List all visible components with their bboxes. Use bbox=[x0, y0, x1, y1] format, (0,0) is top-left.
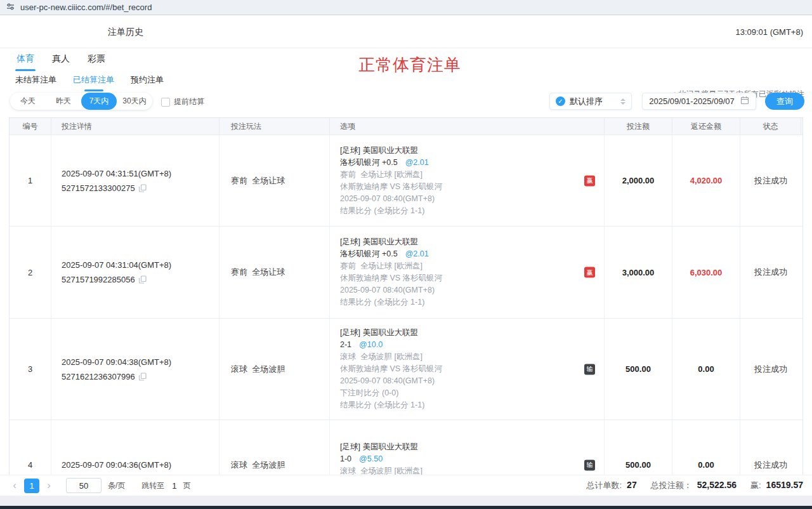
lose-badge: 输 bbox=[584, 459, 595, 470]
summary-totals: 总计单数: 27 总投注额： 52,522.56 赢: 16519.57 bbox=[586, 480, 803, 491]
bet-record-page: user-pc-new.ciiicc.com/#/bet_record 注单历史… bbox=[0, 0, 812, 509]
option-odds: @5.50 bbox=[359, 454, 383, 463]
calendar-icon bbox=[740, 96, 749, 107]
date-quick-filter: 今天 昨天 7天内 30天内 bbox=[10, 93, 152, 110]
row-number: 3 bbox=[28, 364, 32, 374]
filter-yesterday[interactable]: 昨天 bbox=[46, 93, 81, 110]
option-line: 滚球 全场波胆 [欧洲盘] bbox=[340, 351, 442, 363]
tab-lottery[interactable]: 彩票 bbox=[86, 53, 107, 71]
sort-select[interactable]: ✓ 默认排序 bbox=[549, 93, 632, 110]
option-line: 2025-09-07 08:40(GMT+8) bbox=[340, 284, 442, 296]
total-win-label: 赢: bbox=[750, 480, 761, 491]
option-line: 赛前 全场让球 [欧洲盘] bbox=[340, 260, 442, 272]
option-odds: @2.01 bbox=[405, 249, 429, 258]
bet-play-type: 滚球 全场波胆 bbox=[231, 364, 285, 375]
option-line: 休斯敦迪纳摩 VS 洛杉矶银河 bbox=[340, 363, 442, 375]
subtab-unsettled[interactable]: 未结算注单 bbox=[15, 74, 56, 91]
copy-icon[interactable] bbox=[139, 184, 147, 192]
site-settings-icon[interactable] bbox=[6, 2, 15, 13]
option-pick: 洛杉矶银河 +0.5 bbox=[340, 249, 398, 258]
subtab-settled[interactable]: 已结算注单 bbox=[73, 74, 114, 91]
option-line: 2025-09-07 08:40(GMT+8) bbox=[340, 375, 442, 387]
bet-id: 5271572133300275 bbox=[62, 181, 135, 195]
option-league: [足球] 美国职业大联盟 bbox=[340, 236, 442, 248]
col-header-no: 编号 bbox=[10, 118, 51, 135]
bet-status: 投注成功 bbox=[754, 364, 787, 375]
page-title: 注单历史 bbox=[108, 27, 143, 38]
early-settle-toggle[interactable]: 提前结算 bbox=[161, 96, 204, 107]
bet-play-type: 赛前 全场让球 bbox=[231, 267, 285, 278]
bottom-dark-strip bbox=[0, 506, 812, 509]
option-line: 结果比分 (全场比分 1-1) bbox=[340, 205, 442, 217]
tab-live[interactable]: 真人 bbox=[51, 53, 71, 71]
option-odds: @10.0 bbox=[359, 340, 383, 349]
table-row: 3 2025-09-07 09:04:38(GMT+8) 52716212363… bbox=[10, 319, 802, 420]
stake-amount: 2,000.00 bbox=[622, 176, 655, 185]
col-header-detail: 投注详情 bbox=[51, 118, 219, 135]
query-button[interactable]: 查询 bbox=[765, 93, 804, 110]
table-footer: ‹ 1 › 条/页 跳转至 1 页 总计单数: 27 总投注额： 52,522.… bbox=[0, 475, 812, 496]
option-line: 结果比分 (全场比分 1-1) bbox=[340, 296, 442, 308]
page-size-input[interactable] bbox=[66, 478, 102, 493]
early-settle-checkbox[interactable] bbox=[161, 98, 170, 107]
filter-7days[interactable]: 7天内 bbox=[81, 93, 117, 110]
option-line: 赛前 全场让球 [欧洲盘] bbox=[340, 169, 442, 181]
next-page-icon[interactable]: › bbox=[43, 479, 55, 492]
jump-page-value[interactable]: 1 bbox=[172, 481, 176, 491]
option-odds: @2.01 bbox=[405, 158, 429, 167]
check-circle-icon: ✓ bbox=[556, 96, 565, 106]
sort-caret-icon bbox=[620, 98, 625, 105]
bet-status: 投注成功 bbox=[754, 267, 787, 278]
browser-address-bar[interactable]: user-pc-new.ciiicc.com/#/bet_record bbox=[0, 0, 812, 15]
copy-icon[interactable] bbox=[139, 373, 147, 381]
date-range-input[interactable]: 2025/09/01-2025/09/07 bbox=[642, 93, 756, 110]
footer-gray-band bbox=[0, 496, 812, 506]
win-badge: 赢 bbox=[584, 175, 595, 186]
col-header-option: 选项 bbox=[330, 118, 605, 135]
filter-30days[interactable]: 30天内 bbox=[117, 93, 152, 110]
payout-amount: 6,030.00 bbox=[690, 268, 723, 277]
subtab-reserved[interactable]: 预约注单 bbox=[131, 74, 164, 91]
stake-amount: 500.00 bbox=[625, 364, 651, 374]
option-pick: 2-1 bbox=[340, 340, 351, 349]
bet-time: 2025-09-07 04:31:04(GMT+8) bbox=[62, 258, 171, 272]
settlement-subtabs: 未结算注单 已结算注单 预约注单 bbox=[15, 74, 164, 91]
table-row: 1 2025-09-07 04:31:51(GMT+8) 52715721333… bbox=[10, 135, 802, 227]
stake-amount: 500.00 bbox=[625, 460, 651, 470]
bet-time: 2025-09-07 04:31:51(GMT+8) bbox=[62, 166, 171, 181]
page-url[interactable]: user-pc-new.ciiicc.com/#/bet_record bbox=[20, 3, 152, 12]
bet-status: 投注成功 bbox=[754, 175, 787, 187]
per-page-label: 条/页 bbox=[108, 480, 125, 491]
col-header-stake: 投注额 bbox=[605, 118, 672, 135]
payout-amount: 4,020.00 bbox=[690, 176, 723, 185]
table-row: 2 2025-09-07 04:31:04(GMT+8) 52715719922… bbox=[10, 227, 802, 319]
copy-icon[interactable] bbox=[139, 275, 147, 284]
bet-records-table: 编号 投注详情 投注玩法 选项 投注额 返还金额 状态 1 2025-09-07… bbox=[9, 117, 803, 509]
option-league: [足球] 美国职业大联盟 bbox=[340, 145, 442, 157]
option-pick: 1-0 bbox=[340, 454, 351, 463]
payout-amount: 0.00 bbox=[698, 460, 714, 470]
payout-amount: 0.00 bbox=[698, 364, 714, 374]
total-stake-label: 总投注额： bbox=[651, 480, 692, 491]
filter-today[interactable]: 今天 bbox=[10, 93, 46, 110]
option-line: 2025-09-07 08:40(GMT+8) bbox=[340, 193, 442, 205]
total-count-value: 27 bbox=[627, 480, 637, 490]
date-range-value: 2025/09/01-2025/09/07 bbox=[649, 96, 734, 106]
lose-badge: 输 bbox=[584, 364, 595, 374]
tab-sports[interactable]: 体育 bbox=[15, 53, 36, 71]
page-unit-label: 页 bbox=[183, 480, 191, 491]
bet-play-type: 滚球 全场波胆 bbox=[231, 459, 285, 471]
total-stake-value: 52,522.56 bbox=[697, 480, 737, 490]
jump-to-label: 跳转至 bbox=[141, 480, 164, 491]
current-page-button[interactable]: 1 bbox=[24, 479, 39, 493]
header-divider bbox=[0, 48, 812, 48]
bet-status: 投注成功 bbox=[754, 459, 787, 471]
win-badge: 赢 bbox=[584, 267, 595, 278]
option-league: [足球] 美国职业大联盟 bbox=[340, 441, 442, 453]
server-clock: 13:09:01 (GMT+8) bbox=[735, 27, 803, 37]
option-league: [足球] 美国职业大联盟 bbox=[340, 327, 442, 339]
prev-page-icon[interactable]: ‹ bbox=[9, 479, 20, 492]
col-header-play: 投注玩法 bbox=[219, 118, 330, 135]
option-line: 结果比分 (全场比分 1-1) bbox=[340, 399, 442, 411]
row-number: 2 bbox=[28, 268, 32, 277]
